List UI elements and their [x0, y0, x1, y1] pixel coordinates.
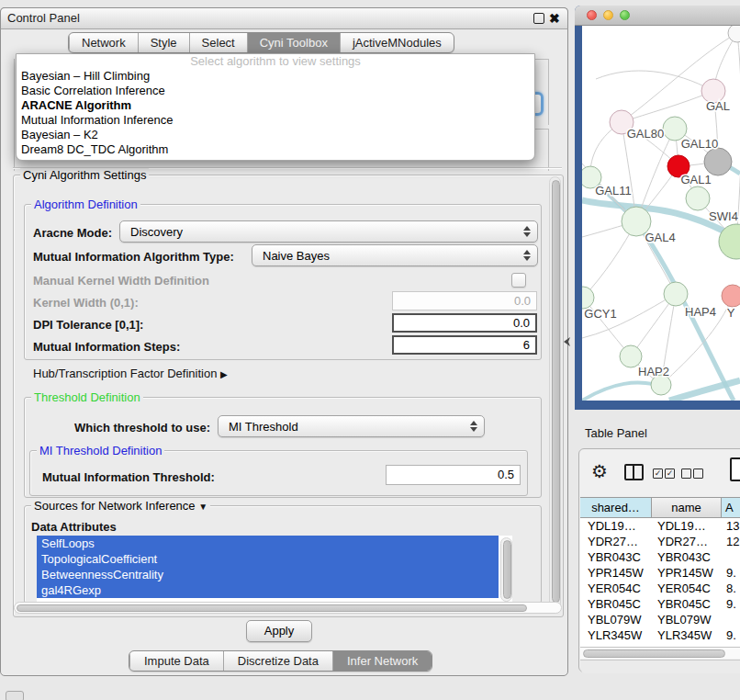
zoom-traffic-icon[interactable] — [620, 10, 630, 20]
network-node-top-partial[interactable] — [728, 26, 740, 42]
column-layout-icon[interactable] — [624, 464, 644, 480]
combo-arrows-icon — [522, 225, 530, 238]
table-row[interactable]: YPR145W YPR145W 9. — [580, 565, 740, 581]
table-header-name[interactable]: name — [652, 498, 722, 517]
table-row[interactable]: YDL19… YDL19… 13 — [580, 518, 740, 534]
network-edge[interactable] — [596, 71, 713, 91]
attribute-list-item[interactable]: gal4RGexp — [37, 582, 499, 598]
algorithm-list-item[interactable]: Mutual Information Inference — [17, 113, 534, 128]
table-hscrollbar-thumb[interactable] — [583, 649, 725, 658]
table-body[interactable]: YDL19… YDL19… 13 YDR27… YDR27… 12 YBR043… — [580, 518, 740, 647]
mi-threshold-field[interactable]: 0.5 — [386, 465, 521, 485]
float-window-icon[interactable] — [533, 13, 544, 24]
settings-hscrollbar-thumb[interactable] — [17, 604, 527, 612]
table-header-partial[interactable]: A — [722, 498, 740, 517]
network-node-gcy1[interactable] — [582, 287, 594, 309]
settings-scrollbar[interactable] — [549, 176, 561, 614]
data-attributes-label: Data Attributes — [31, 520, 117, 534]
hidden-group-border — [548, 129, 549, 171]
gear-icon[interactable]: ⚙ — [591, 460, 608, 482]
cell-name: YBR043C — [652, 549, 722, 565]
table-row[interactable]: YBR045C YBR045C 9. — [580, 596, 740, 612]
cell-value: 8. — [722, 581, 740, 596]
mouse-cursor — [563, 336, 572, 347]
cell-value: 12 — [722, 534, 740, 549]
control-panel-titlebar[interactable] — [0, 7, 568, 29]
control-panel-title: Control Panel — [7, 7, 80, 29]
aracne-mode-combo[interactable]: Discovery — [119, 220, 538, 243]
algorithm-list-item[interactable]: Bayesian – K2 — [17, 128, 534, 142]
node-label-y: Y — [727, 306, 735, 320]
tab[interactable]: Style — [138, 33, 189, 52]
table-hscrollbar[interactable] — [580, 647, 740, 659]
expanded-arrow-icon[interactable]: ▼ — [198, 502, 207, 512]
tab[interactable]: Network — [69, 33, 138, 52]
table-row[interactable]: YER054C YER054C 8. — [580, 581, 740, 596]
cell-name: YDL19… — [652, 518, 722, 534]
collapsed-arrow-icon[interactable]: ▶ — [220, 369, 228, 379]
cell-value: 13 — [722, 518, 740, 534]
network-node-y[interactable] — [722, 285, 740, 307]
mi-steps-field[interactable]: 6 — [392, 335, 537, 355]
network-node-gray[interactable] — [704, 148, 732, 175]
sources-title-label: Sources for Network Inference — [34, 499, 196, 513]
bottom-tab[interactable]: Infer Network — [332, 651, 432, 671]
settings-hscrollbar[interactable] — [14, 602, 562, 614]
bottom-tab-label: Impute Data — [144, 654, 209, 668]
attribute-list-item[interactable]: TopologicalCoefficient — [37, 551, 499, 567]
network-node-hap4[interactable] — [664, 282, 688, 306]
table-row[interactable]: YLR345W YLR345W 9. — [580, 627, 740, 643]
cell-name: YBR045C — [652, 596, 722, 612]
algorithm-list-item[interactable]: Bayesian – Hill Climbing — [17, 69, 534, 84]
bottom-tab-label: Discretize Data — [238, 654, 319, 668]
table-panel: ⚙ ✓ ✓ shared… name A YDL19… YDL19… 13 YD… — [578, 448, 740, 672]
algorithm-list-item[interactable]: Basic Correlation Inference — [17, 84, 534, 98]
network-graph[interactable]: GALGAL80GAL10GAL1GAL11SWI4GAL4GCY1HAP4YH… — [582, 26, 740, 401]
mi-type-combo[interactable]: Naive Bayes — [252, 244, 538, 266]
export-table-icon[interactable] — [730, 457, 740, 481]
manual-kernel-checkbox[interactable] — [511, 273, 526, 288]
deselect-all-box-icon[interactable] — [681, 469, 691, 479]
settings-scrollbar-thumb[interactable] — [552, 180, 560, 603]
hidden-group-border — [14, 59, 15, 171]
table-row[interactable]: YDR27… YDR27… 12 — [580, 534, 740, 549]
tab[interactable]: Cyni Toolbox — [247, 33, 340, 52]
deselect-all-box-icon[interactable] — [693, 469, 703, 479]
hub-section[interactable]: Hub/Transcription Factor Definition ▶ — [33, 367, 228, 380]
which-threshold-combo[interactable]: MI Threshold — [218, 415, 485, 437]
kernel-width-field[interactable]: 0.0 — [392, 291, 537, 310]
table-row[interactable]: YBR043C YBR043C — [580, 549, 740, 565]
network-canvas[interactable]: GALGAL80GAL10GAL1GAL11SWI4GAL4GCY1HAP4YH… — [582, 26, 740, 401]
tab[interactable]: Select — [189, 33, 247, 52]
algorithm-list-item[interactable]: ARACNE Algorithm — [17, 98, 534, 113]
attribute-list-scrollbar-thumb[interactable] — [503, 540, 511, 599]
bottom-tab[interactable]: Impute Data — [129, 651, 223, 671]
apply-button[interactable]: Apply — [246, 620, 312, 642]
table-panel-title: Table Panel — [585, 426, 647, 440]
algorithm-label: Basic Correlation Inference — [21, 84, 165, 97]
network-window-titlebar[interactable] — [575, 6, 740, 26]
tab[interactable]: jActiveMNodules — [340, 33, 454, 52]
data-attributes-list[interactable]: SelfLoops TopologicalCoefficient Between… — [37, 536, 512, 604]
attribute-list-item[interactable]: BetweennessCentrality — [37, 567, 499, 582]
close-traffic-icon[interactable] — [587, 10, 597, 20]
algorithm-list-item[interactable]: Dream8 DC_TDC Algorithm — [17, 142, 534, 157]
select-all-check-icon[interactable]: ✓ — [665, 469, 675, 479]
bottom-tab[interactable]: Discretize Data — [223, 651, 332, 671]
attribute-list-item[interactable]: SelfLoops — [37, 536, 499, 551]
table-row[interactable]: YBL079W YBL079W — [580, 612, 740, 627]
combo-arrows-icon — [469, 420, 477, 433]
network-node-swi4[interactable] — [686, 186, 710, 210]
table-header-shared-name[interactable]: shared… — [580, 498, 652, 517]
cell-name: YER054C — [652, 581, 722, 596]
dpi-tolerance-field[interactable]: 0.0 — [392, 313, 537, 333]
close-icon[interactable]: ✖ — [549, 8, 560, 28]
network-edge[interactable] — [622, 91, 713, 122]
minimize-traffic-icon[interactable] — [603, 10, 613, 20]
network-view-window: GALGAL80GAL10GAL1GAL11SWI4GAL4GCY1HAP4YH… — [575, 6, 740, 410]
mini-panel-button[interactable] — [6, 691, 24, 700]
select-all-check-icon[interactable]: ✓ — [653, 469, 663, 479]
attribute-list-scrollbar[interactable] — [500, 537, 512, 602]
cell-name: YLR345W — [652, 627, 722, 643]
bottom-tab-label: Infer Network — [347, 654, 418, 668]
